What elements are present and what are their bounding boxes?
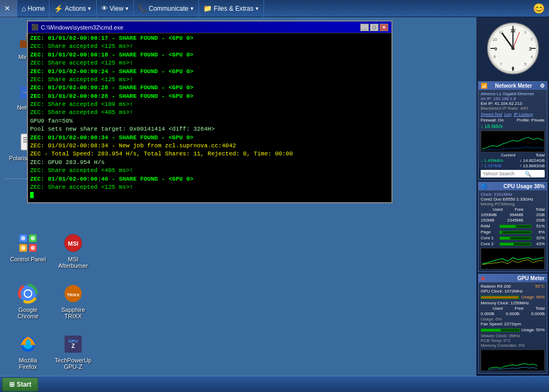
msi-icon: MSI bbox=[62, 232, 84, 254]
actions-btn[interactable]: ⚡ Actions ▼ bbox=[49, 0, 96, 17]
ram-bar-container: RAM 51% bbox=[481, 224, 545, 229]
desktop-icon-firefox[interactable]: Mozilla Firefox bbox=[6, 330, 49, 374]
gpu-meter-widget: ◆ GPU Meter Radeon R9 200 55°C GPU Clock… bbox=[478, 274, 547, 374]
control-panel-icon bbox=[17, 232, 39, 254]
cmd-line: ZEC - Total Speed: 283.954 H/s, Total Sh… bbox=[30, 150, 389, 158]
cmd-line: ZEC: 01/01/02-00:00:18 - SHARE FOUND - <… bbox=[30, 51, 389, 59]
network-adapter: Atheros L1 Gigabit Ethernet bbox=[481, 91, 545, 96]
minimize-btn[interactable]: _ bbox=[360, 24, 369, 31]
svg-text:2: 2 bbox=[531, 37, 533, 41]
svg-rect-10 bbox=[20, 93, 27, 98]
cmd-controls: _ □ ✕ bbox=[360, 24, 388, 31]
cmd-line: ZEC: Share accepted <405 ms>! bbox=[30, 109, 389, 117]
top-taskbar: ✕ ⌂ Home ⚡ Actions ▼ 👁 View ▼ 📞 Communic… bbox=[0, 0, 549, 17]
maximize-btn[interactable]: □ bbox=[370, 24, 379, 31]
desktop-icon-gpuz[interactable]: GPU Z TechPowerUp GPU-Z bbox=[52, 330, 95, 374]
core2-fill bbox=[500, 243, 514, 245]
msi-label: MSI Afterburner bbox=[55, 256, 91, 269]
gpu-fan-progress bbox=[481, 329, 520, 332]
dropdown4-icon: ▼ bbox=[254, 6, 259, 11]
yahoo-search-input[interactable] bbox=[481, 170, 524, 177]
cmd-icon: ⬛ bbox=[31, 24, 39, 31]
cpu-hostname: Mining-PC\Mining bbox=[481, 202, 545, 206]
network-meter-widget: 📶 Network Meter ⚙ Atheros L1 Gigabit Eth… bbox=[478, 81, 547, 180]
gpu-mem-clock: Memory Clock: 1250MHz bbox=[481, 301, 545, 305]
gpuz-icon: GPU Z bbox=[62, 333, 84, 355]
cmd-line: ZEC: 01/01/02-00:00:34 - SHARE FOUND - <… bbox=[30, 134, 389, 142]
desktop-icon-chrome[interactable]: Google Chrome bbox=[6, 280, 49, 324]
firefox-label: Mozilla Firefox bbox=[10, 357, 46, 370]
gpu-usage-fill bbox=[481, 296, 518, 298]
sapphire-icon: TRIXX bbox=[62, 283, 84, 304]
gpu-pcb-temp: PCB Temp: 0°C bbox=[481, 338, 545, 343]
svg-rect-8 bbox=[20, 87, 27, 92]
gpu-mem-header: Used Free Total bbox=[481, 306, 545, 311]
gpu-mem-ctrl: Memory Controller: 0% bbox=[481, 343, 545, 348]
control-panel-label: Control Panel bbox=[10, 256, 46, 262]
log-link[interactable]: Log bbox=[504, 112, 511, 117]
network-icon: 📶 bbox=[481, 83, 487, 89]
communicate-btn[interactable]: 📞 Communicate ▼ bbox=[134, 0, 199, 17]
gpu-mem-values: 0.000B 0.000B 0.000B bbox=[481, 311, 545, 316]
close-btn[interactable]: ✕ bbox=[0, 0, 17, 17]
cmd-line: ZEC: 01/01/02-00:08:34 - New job from zc… bbox=[30, 142, 389, 150]
cmd-line: ZEC: Share accepted <405 ms>! bbox=[30, 167, 389, 175]
gpu-usage-progress bbox=[481, 296, 519, 299]
desktop-icon-msi[interactable]: MSI MSI Afterburner bbox=[52, 229, 95, 273]
svg-text:TRIXX: TRIXX bbox=[67, 293, 80, 297]
close-icon: ✕ bbox=[4, 4, 10, 12]
dropdown3-icon: ▼ bbox=[190, 6, 195, 11]
cmd-line: ZEC: Share accepted <125 ms>! bbox=[30, 183, 389, 191]
cpu-clock: Clock: 2331MHz bbox=[481, 192, 545, 197]
cmd-close-btn[interactable]: ✕ bbox=[380, 24, 388, 31]
home-icon: ⌂ bbox=[22, 4, 26, 13]
network-ext-ip: Ext IP: 41.104.62.213 bbox=[481, 101, 545, 106]
core2-progress bbox=[500, 243, 531, 246]
core1-progress bbox=[500, 237, 531, 240]
network-firewall: Firewall: On Profile: Private bbox=[481, 118, 545, 123]
gpu-fan-bar: Usage: 50% bbox=[481, 327, 545, 332]
view-btn[interactable]: 👁 View ▼ bbox=[97, 0, 134, 17]
cpu-meter-widget: 🔵 CPU Usage 38% Clock: 2331MHz Core2 Duo… bbox=[478, 182, 547, 272]
start-button[interactable]: ⊞ Start bbox=[2, 377, 38, 391]
network-meter-title: 📶 Network Meter ⚙ bbox=[479, 82, 547, 90]
ip-lookup-link[interactable]: IP Lookup bbox=[514, 112, 533, 117]
cpu-page-row: 152MB 2345MB 2GB bbox=[481, 218, 545, 223]
cmd-line: ZEC: Share accepted <125 ms>! bbox=[30, 42, 389, 51]
svg-point-38 bbox=[25, 290, 31, 297]
network-links: Speed Test Log IP Lookup bbox=[481, 112, 545, 117]
gpu-graph bbox=[481, 350, 545, 371]
cpu-icon: 🔵 bbox=[481, 183, 487, 189]
page-bar-container: Page 6% bbox=[481, 230, 545, 234]
cpu-ram-row: 1053MB 994MB 2GB bbox=[481, 212, 545, 217]
cmd-title: ⬛ C:\Windows\system32\cmd.exe bbox=[31, 24, 123, 31]
cmd-cursor: █ bbox=[30, 191, 389, 199]
lightning-icon: ⚡ bbox=[54, 4, 63, 13]
smiley-icon: 😊 bbox=[533, 3, 545, 15]
cmd-window: ⬛ C:\Windows\system32\cmd.exe _ □ ✕ ZEC:… bbox=[27, 20, 393, 203]
dropdown2-icon: ▼ bbox=[125, 6, 130, 11]
network-totals-header: Current Total bbox=[481, 153, 545, 158]
gpu-clock: GPU Clock: 1072MHz bbox=[481, 289, 545, 294]
cmd-line: ZEC: GPU0 283.954 H/s bbox=[30, 159, 389, 167]
sapphire-label: Sapphire TRIXX bbox=[55, 307, 91, 319]
svg-text:MSI: MSI bbox=[68, 240, 79, 247]
gpu-fan-speed: Fan Speed: 2272rpm bbox=[481, 322, 545, 326]
desktop-icon-control-panel[interactable]: Control Panel bbox=[6, 229, 49, 273]
cmd-line: ZEC: Share accepted <109 ms>! bbox=[30, 101, 389, 109]
gpu-mem-usage: Usage: 0% bbox=[481, 317, 545, 322]
firefox-icon bbox=[17, 333, 39, 355]
desktop-icon-sapphire[interactable]: TRIXX Sapphire TRIXX bbox=[52, 280, 95, 324]
search-icon[interactable]: 🔍 bbox=[524, 171, 532, 177]
network-up-row: ↑ 1.707MB ↑ 13.8083GB bbox=[481, 163, 545, 168]
svg-point-29 bbox=[21, 246, 25, 250]
dropdown-icon: ▼ bbox=[87, 6, 92, 11]
cpu-header: Used Free Total bbox=[481, 207, 545, 212]
files-btn[interactable]: 📁 Files & Extras ▼ bbox=[199, 0, 264, 17]
svg-text:5: 5 bbox=[524, 62, 526, 66]
home-btn[interactable]: ⌂ Home bbox=[17, 0, 49, 17]
down-speed: ↓ 18.5kb/s bbox=[481, 124, 545, 129]
speed-test-link[interactable]: Speed Test bbox=[481, 112, 502, 117]
gpuz-label: TechPowerUp GPU-Z bbox=[55, 357, 91, 370]
svg-text:7: 7 bbox=[500, 62, 502, 66]
